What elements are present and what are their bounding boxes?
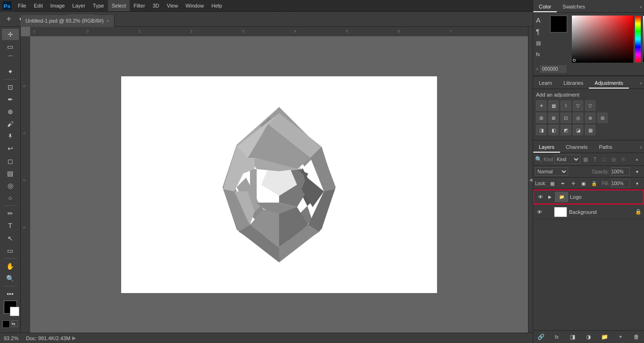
lock-position-icon[interactable]: ✛ <box>569 179 578 188</box>
tab-libraries[interactable]: Libraries <box>558 78 589 89</box>
menu-view[interactable]: View <box>163 0 182 11</box>
posterize-icon[interactable]: ◧ <box>548 125 559 135</box>
path-selection-tool[interactable]: ↖ <box>2 232 19 244</box>
levels-icon[interactable]: ▦ <box>548 100 559 111</box>
menu-layer[interactable]: Layer <box>68 0 89 11</box>
layer-new-button[interactable]: + <box>616 332 625 342</box>
blend-mode-select[interactable]: Normal <box>535 167 568 176</box>
opacity-input[interactable] <box>611 167 630 176</box>
photo-filter-icon[interactable]: ◎ <box>573 113 583 123</box>
layers-panel-menu[interactable]: ≡ <box>640 145 642 150</box>
tab-layers[interactable]: Layers <box>533 142 560 153</box>
hand-tool[interactable]: ✋ <box>2 261 19 272</box>
dodge-tool[interactable]: ○ <box>2 192 19 204</box>
panel-collapse-strip[interactable]: ◀ <box>528 27 533 333</box>
shape-filter-icon[interactable]: □ <box>600 155 609 163</box>
shape-tool[interactable]: ▭ <box>2 245 19 256</box>
layers-icon-color[interactable]: ▤ <box>536 38 545 48</box>
foreground-color[interactable] <box>4 301 17 314</box>
paragraph-icon[interactable]: ¶ <box>536 27 545 36</box>
gradient-tool[interactable]: ▤ <box>2 168 19 179</box>
tab-adjustments[interactable]: Adjustments <box>589 78 629 89</box>
lock-all-icon[interactable]: 🔒 <box>590 179 598 188</box>
smart-filter-icon[interactable]: ◎ <box>610 155 618 163</box>
vibrance-icon[interactable]: ⊞ <box>536 113 546 123</box>
lasso-tool[interactable]: ⌒ <box>2 53 19 65</box>
lock-transparency-icon[interactable]: ▦ <box>548 179 557 188</box>
move-tool-button[interactable]: ✛ <box>2 13 15 25</box>
type-tool[interactable]: T <box>2 220 19 231</box>
color-lookup-icon[interactable]: ⊞ <box>597 113 608 123</box>
layer-link-button[interactable]: 🔗 <box>536 332 545 342</box>
fill-input[interactable] <box>611 179 630 188</box>
color-foreground-swatch[interactable] <box>550 16 567 33</box>
color-gradient[interactable] <box>572 16 633 63</box>
hue-slider[interactable] <box>635 16 641 63</box>
menu-image[interactable]: Image <box>47 0 69 11</box>
lock-artboard-icon[interactable]: ▣ <box>579 179 588 188</box>
menu-filter[interactable]: Filter <box>130 0 149 11</box>
adjust-filter-icon[interactable]: ☉ <box>619 155 627 163</box>
menu-3d[interactable]: 3D <box>149 0 163 11</box>
blur-tool[interactable]: ◎ <box>2 180 19 191</box>
hsl-icon[interactable]: ⊠ <box>548 113 559 123</box>
menu-edit[interactable]: Edit <box>30 0 47 11</box>
brush-tool[interactable]: 🖌 <box>2 118 19 130</box>
layer-logo-expand[interactable]: ▶ <box>546 194 553 200</box>
color-panel-menu[interactable]: ≡ <box>640 5 642 9</box>
pixel-filter-icon[interactable]: ▦ <box>581 155 590 163</box>
hex-input[interactable]: 000000 <box>540 65 566 73</box>
invert-icon[interactable]: ◨ <box>536 125 546 135</box>
layer-fx-button[interactable]: fx <box>552 332 561 342</box>
doc-tab-close[interactable]: × <box>107 18 109 24</box>
tab-swatches[interactable]: Swatches <box>557 2 591 12</box>
default-colors[interactable] <box>2 320 10 328</box>
tab-learn[interactable]: Learn <box>533 78 558 89</box>
zoom-tool[interactable]: 🔍 <box>2 273 19 284</box>
layer-group-button[interactable]: 📁 <box>600 332 609 342</box>
history-brush-tool[interactable]: ↩ <box>2 143 19 154</box>
gradient-map-icon[interactable]: ◪ <box>573 125 583 135</box>
crop-tool[interactable]: ⊡ <box>2 82 19 93</box>
filter2-icon[interactable]: ▽ <box>585 100 595 111</box>
document-tab[interactable]: Untitled-1.psd @ 93.2% (RGB/8#) × <box>21 15 115 27</box>
layer-logo[interactable]: 👁 ▶ 📁 Logo <box>533 189 644 204</box>
threshold-icon[interactable]: ◩ <box>561 125 571 135</box>
menu-file[interactable]: File <box>14 0 30 11</box>
brightness-icon[interactable]: ☀ <box>536 100 546 111</box>
tab-paths[interactable]: Paths <box>594 142 618 153</box>
type-filter-icon[interactable]: T <box>591 155 599 163</box>
selection-tool[interactable]: ▭ <box>2 41 19 52</box>
curves-icon[interactable]: ⌇ <box>561 100 571 111</box>
swap-colors[interactable]: ⇆ <box>11 320 18 327</box>
opacity-expand[interactable]: ▾ <box>632 167 642 176</box>
lock-paint-icon[interactable]: ✒ <box>559 179 567 188</box>
move-tool[interactable]: ✛ <box>2 29 19 40</box>
eraser-tool[interactable]: ◻ <box>2 155 19 167</box>
canvas-content[interactable] <box>30 36 528 333</box>
clone-tool[interactable]: 🖈 <box>2 131 19 142</box>
channel-mixer-icon[interactable]: ⊕ <box>585 113 595 123</box>
colormatch-icon[interactable]: ⊡ <box>561 113 571 123</box>
tab-color[interactable]: Color <box>533 2 557 12</box>
selective-color-icon[interactable]: ▦ <box>585 125 595 135</box>
more-tools-button[interactable]: ••• <box>2 288 19 300</box>
exposure-icon[interactable]: ▽ <box>573 100 583 111</box>
type-color-icon[interactable]: A <box>536 16 545 25</box>
layer-background[interactable]: 👁 Background 🔒 <box>533 204 644 220</box>
kind-select[interactable]: Kind <box>554 155 580 164</box>
tab-channels[interactable]: Channels <box>560 142 593 153</box>
layer-mask-button[interactable]: ◨ <box>568 332 578 342</box>
menu-type[interactable]: Type <box>89 0 108 11</box>
magic-wand-tool[interactable]: ✦ <box>2 66 19 77</box>
pen-tool[interactable]: ✏ <box>2 208 19 219</box>
layer-logo-visibility[interactable]: 👁 <box>536 193 545 201</box>
layer-delete-button[interactable]: 🗑 <box>632 332 641 342</box>
healing-tool[interactable]: ⊕ <box>2 106 19 117</box>
menu-select[interactable]: Select <box>108 0 130 11</box>
layer-background-visibility[interactable]: 👁 <box>535 208 544 216</box>
menu-help[interactable]: Help <box>208 0 226 11</box>
adjustments-panel-menu[interactable]: ≡ <box>640 81 642 86</box>
layer-filter-toggle[interactable]: ● <box>632 155 642 164</box>
style-icon[interactable]: fx <box>536 49 545 59</box>
